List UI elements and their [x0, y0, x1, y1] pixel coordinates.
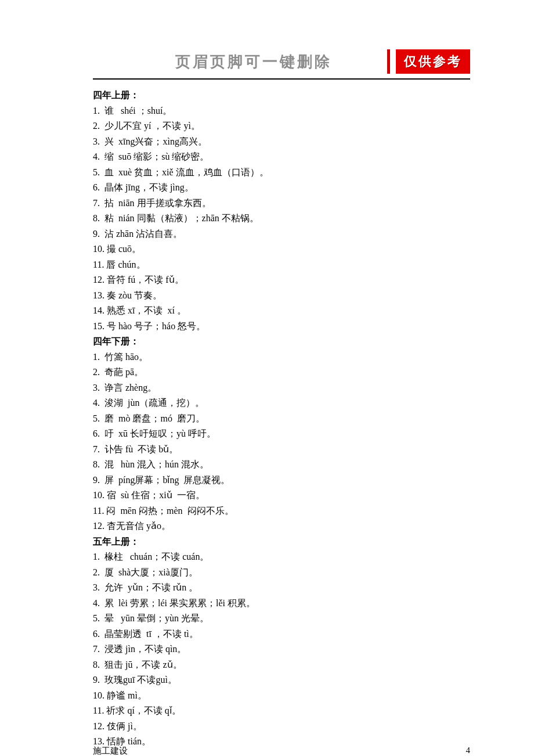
list-item: 9. 沾 zhān 沾沾自喜。 — [93, 226, 470, 242]
list-item: 11. 闷 mēn 闷热；mèn 闷闷不乐。 — [93, 503, 470, 519]
header-title: 页眉页脚可一键删除 — [93, 52, 379, 72]
section-title-1: 四年上册： — [93, 88, 470, 103]
list-item: 1. 竹篙 hāo。 — [93, 350, 470, 365]
list-item: 12. 伎俩 jì。 — [93, 719, 470, 735]
badge-wrap: 仅供参考 — [387, 49, 470, 74]
list-item: 11. 唇 chún。 — [93, 257, 470, 273]
document-body: 四年上册： 1. 谁 shéi ；shuí。 2. 少儿不宜 yí ，不读 yì… — [93, 88, 470, 750]
list-item: 5. 血 xuè 贫血；xiě 流血，鸡血（口语）。 — [93, 165, 470, 181]
list-item: 2. 奇葩 pā。 — [93, 365, 470, 380]
list-item: 9. 玫瑰guī 不读guì。 — [93, 672, 470, 688]
section-title-3: 五年上册： — [93, 534, 470, 550]
section-title-2: 四年下册： — [93, 334, 470, 350]
list-item: 7. 讣告 fù 不读 bǔ。 — [93, 442, 470, 458]
page-number: 4 — [466, 746, 471, 757]
header-rule — [93, 78, 470, 80]
list-item: 4. 缩 suō 缩影；sù 缩砂密。 — [93, 149, 470, 165]
badge-accent-bar — [387, 49, 390, 74]
reference-badge: 仅供参考 — [396, 49, 470, 74]
list-item: 3. 允许 yǔn；不读 rǔn 。 — [93, 580, 470, 596]
list-item: 7. 浸透 jìn，不读 qìn。 — [93, 642, 470, 657]
list-item: 8. 混 hùn 混入；hún 混水。 — [93, 457, 470, 473]
list-item: 6. 吁 xū 长吁短叹；yù 呼吁。 — [93, 426, 470, 442]
list-item: 15. 号 hào 号子；háo 怒号。 — [93, 319, 470, 334]
list-item: 10. 宿 sù 住宿；xiǔ 一宿。 — [93, 488, 470, 503]
list-item: 9. 屏 píng屏幕；bǐng 屏息凝视。 — [93, 473, 470, 488]
list-item: 5. 晕 yūn 晕倒；yùn 光晕。 — [93, 611, 470, 627]
list-item: 14. 熟悉 xī，不读 xí 。 — [93, 303, 470, 319]
list-item: 12. 杳无音信 yǎo。 — [93, 519, 470, 534]
list-item: 2. 厦 shà大厦；xià厦门。 — [93, 565, 470, 581]
list-item: 3. 诤言 zhèng。 — [93, 380, 470, 396]
list-item: 2. 少儿不宜 yí ，不读 yì。 — [93, 118, 470, 134]
footer-left: 施工建设 — [93, 746, 128, 757]
list-item: 5. 磨 mò 磨盘；mó 磨刀。 — [93, 411, 470, 427]
list-item: 6. 晶体 jīng，不读 jìng。 — [93, 180, 470, 196]
list-item: 1. 椽柱 chuán；不读 cuán。 — [93, 549, 470, 565]
list-item: 4. 累 lèi 劳累；léi 果实累累；lěi 积累。 — [93, 596, 470, 611]
page-header: 页眉页脚可一键删除 仅供参考 — [93, 49, 470, 74]
list-item: 8. 狙击 jū，不读 zǔ。 — [93, 657, 470, 673]
list-item: 11. 祈求 qí，不读 qǐ。 — [93, 703, 470, 719]
page-footer: 施工建设 4 — [93, 746, 470, 757]
list-item: 10. 静谧 mì。 — [93, 688, 470, 704]
list-item: 1. 谁 shéi ；shuí。 — [93, 103, 470, 119]
list-item: 6. 晶莹剔透 tī ，不读 tì。 — [93, 627, 470, 642]
list-item: 10. 撮 cuō。 — [93, 242, 470, 257]
list-item: 12. 音符 fú，不读 fǔ。 — [93, 272, 470, 288]
list-item: 8. 粘 nián 同黏（粘液）；zhān 不粘锅。 — [93, 211, 470, 226]
document-page: 页眉页脚可一键删除 仅供参考 四年上册： 1. 谁 shéi ；shuí。 2.… — [0, 0, 534, 756]
list-item: 4. 浚湖 jùn（疏通，挖）。 — [93, 395, 470, 411]
list-item: 13. 奏 zòu 节奏。 — [93, 288, 470, 304]
list-item: 7. 拈 niān 用手搓或拿东西。 — [93, 196, 470, 211]
list-item: 3. 兴 xīng兴奋；xìng高兴。 — [93, 134, 470, 150]
